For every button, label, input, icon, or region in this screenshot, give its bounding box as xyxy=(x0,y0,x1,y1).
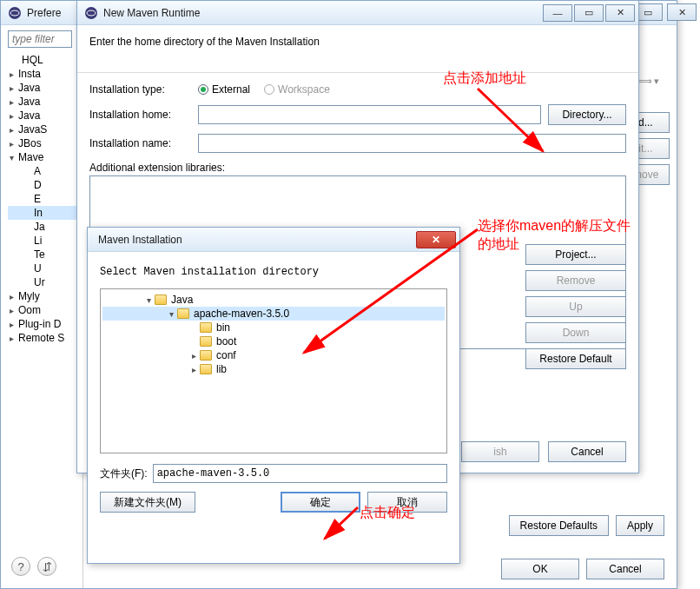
nmr-cancel-button[interactable]: Cancel xyxy=(548,441,626,462)
tree-item[interactable]: ▸Myly xyxy=(8,289,81,303)
tree-item[interactable]: U xyxy=(8,261,81,275)
new-folder-button[interactable]: 新建文件夹(M) xyxy=(100,492,195,513)
apply-button[interactable]: Apply xyxy=(616,515,664,536)
restore-default-button[interactable]: Restore Default xyxy=(525,348,626,369)
bg-close-button[interactable]: ✕ xyxy=(667,3,697,21)
tree-item-selected[interactable]: In xyxy=(8,206,81,220)
remove-lib-button[interactable]: Remove xyxy=(525,270,626,291)
forward-icon[interactable]: ⟹ xyxy=(638,76,652,87)
browse-close-button[interactable]: ✕ xyxy=(416,231,456,248)
folder-path-label: 文件夹(F): xyxy=(100,467,148,481)
tree-item[interactable]: D xyxy=(8,178,81,192)
eclipse-icon xyxy=(8,6,22,20)
folder-tree-item[interactable]: ▾Java xyxy=(102,293,445,307)
preferences-tree: HQL ▸Insta ▸Java ▸Java ▸Java ▸JavaS ▸JBo… xyxy=(1,25,83,588)
eclipse-icon xyxy=(84,6,98,20)
import-export-icon[interactable]: ⇵ xyxy=(37,557,56,576)
folder-tree-item[interactable]: ▸lib xyxy=(102,362,445,376)
folder-tree-item[interactable]: ▸conf xyxy=(102,348,445,362)
finish-button[interactable]: ish xyxy=(461,441,539,462)
tree-item[interactable]: ▸Oom xyxy=(8,303,81,317)
folder-icon xyxy=(200,350,212,361)
project-button[interactable]: Project... xyxy=(525,244,626,265)
installation-name-label: Installation name: xyxy=(89,137,198,149)
nmr-titlebar[interactable]: New Maven Runtime ― ▭ ✕ xyxy=(77,1,638,25)
minimize-button[interactable]: ― xyxy=(543,4,572,22)
workspace-radio: Workspace xyxy=(264,83,330,96)
folder-tree-item[interactable]: ▾apache-maven-3.5.0 xyxy=(102,307,445,321)
installation-type-label: Installation type: xyxy=(89,83,198,96)
tree-item[interactable]: ▸JavaS xyxy=(8,122,81,136)
folder-tree[interactable]: ▾Java▾apache-maven-3.5.0binboot▸conf▸lib xyxy=(100,288,447,453)
tree-item[interactable]: ▸Java xyxy=(8,95,81,109)
down-button[interactable]: Down xyxy=(525,322,626,343)
installation-name-input[interactable] xyxy=(198,134,626,153)
tree-item[interactable]: ▸Insta xyxy=(8,67,81,81)
nmr-side-buttons: Project... Remove Up Down Restore Defaul… xyxy=(525,244,626,369)
extension-libraries-label: Additional extension libraries: xyxy=(89,162,626,174)
nmr-title: New Maven Runtime xyxy=(103,7,541,19)
tree-item[interactable]: ▸Plug-in D xyxy=(8,317,81,331)
tree-item[interactable]: ▸JBos xyxy=(8,136,81,150)
bg-window-controls: ▭ ✕ xyxy=(631,3,697,21)
installation-home-label: Installation home: xyxy=(89,109,198,121)
restore-defaults-button[interactable]: Restore Defaults xyxy=(509,515,609,536)
tree-item[interactable]: ▸Java xyxy=(8,81,81,95)
tree-item[interactable]: Ja xyxy=(8,220,81,234)
cancel-button[interactable]: Cancel xyxy=(586,559,664,579)
filter-input[interactable] xyxy=(8,30,72,48)
close-button[interactable]: ✕ xyxy=(605,4,635,22)
folder-icon xyxy=(200,322,212,333)
maximize-button[interactable]: ▭ xyxy=(574,4,604,22)
tree-item[interactable]: Li xyxy=(8,234,81,248)
folder-icon xyxy=(200,364,212,374)
tree-item[interactable]: ▾Mave xyxy=(8,150,81,164)
folder-tree-item[interactable]: bin xyxy=(102,321,445,334)
tree-item[interactable]: ▸Remote S xyxy=(8,331,81,345)
browse-prompt: Select Maven installation directory xyxy=(100,266,447,278)
folder-icon xyxy=(155,294,167,305)
tree-item[interactable]: Ur xyxy=(8,275,81,289)
ok-button[interactable]: OK xyxy=(501,559,579,579)
external-radio[interactable]: External xyxy=(198,83,250,96)
browse-ok-button[interactable]: 确定 xyxy=(281,492,360,513)
tree-item[interactable]: E xyxy=(8,192,81,206)
help-icon[interactable]: ? xyxy=(11,557,30,576)
installation-home-input[interactable] xyxy=(198,105,541,124)
tree-item[interactable]: A xyxy=(8,164,81,178)
browse-title: Maven Installation xyxy=(95,234,416,246)
directory-button[interactable]: Directory... xyxy=(548,104,626,125)
browse-titlebar[interactable]: Maven Installation ✕ xyxy=(88,228,459,252)
nmr-heading: Enter the home directory of the Maven In… xyxy=(89,36,626,48)
tree-item[interactable]: Te xyxy=(8,248,81,261)
folder-icon xyxy=(200,336,212,347)
tree-item[interactable]: ▸Java xyxy=(8,109,81,122)
up-button[interactable]: Up xyxy=(525,296,626,317)
tree-item[interactable]: HQL xyxy=(8,53,81,67)
browse-cancel-button[interactable]: 取消 xyxy=(367,492,447,513)
browse-folder-dialog: Maven Installation ✕ Select Maven instal… xyxy=(87,227,460,564)
folder-tree-item[interactable]: boot xyxy=(102,334,445,348)
folder-icon xyxy=(177,308,189,319)
folder-path-input[interactable] xyxy=(153,464,447,483)
